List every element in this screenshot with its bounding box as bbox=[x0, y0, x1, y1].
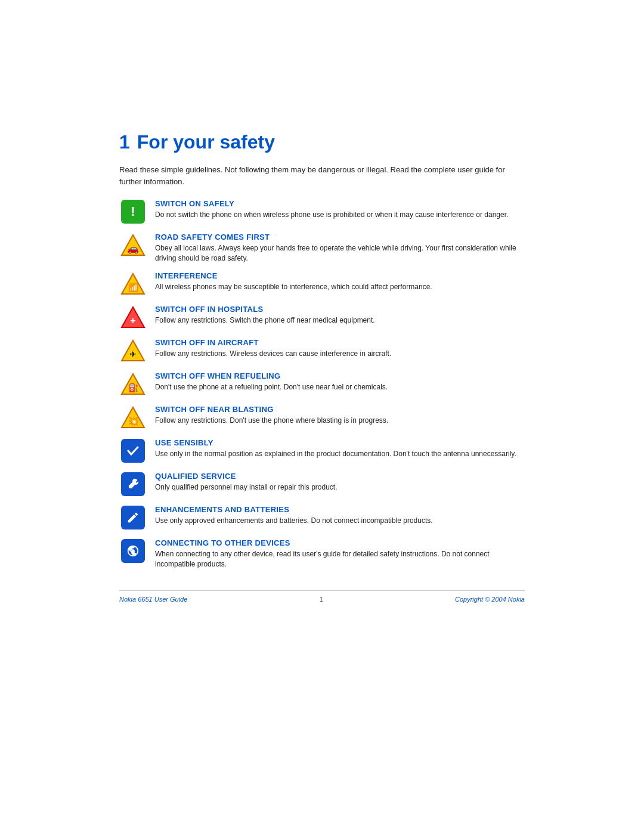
item-content: CONNECTING TO OTHER DEVICES When connect… bbox=[155, 537, 525, 570]
svg-text:💥: 💥 bbox=[128, 416, 139, 426]
blasting-icon: 💥 bbox=[119, 404, 147, 431]
list-item: ✈ SWITCH OFF IN AIRCRAFT Follow any rest… bbox=[119, 337, 525, 364]
footer-copyright: Copyright © 2004 Nokia bbox=[455, 596, 525, 603]
interference-icon: 📶 bbox=[119, 270, 147, 298]
item-content: SWITCH OFF WHEN REFUELING Don't use the … bbox=[155, 370, 525, 392]
item-content: ENHANCEMENTS AND BATTERIES Use only appr… bbox=[155, 504, 525, 526]
item-content: SWITCH OFF IN AIRCRAFT Follow any restri… bbox=[155, 337, 525, 359]
item-desc: Obey all local laws. Always keep your ha… bbox=[155, 243, 525, 264]
footer-product-name: Nokia 6651 User Guide bbox=[119, 596, 187, 603]
item-title: SWITCH OFF WHEN REFUELING bbox=[155, 371, 525, 380]
item-desc: Follow any restrictions. Wireless device… bbox=[155, 349, 525, 359]
item-desc: Use only in the normal position as expla… bbox=[155, 449, 525, 459]
item-content: SWITCH ON SAFELY Do not switch the phone… bbox=[155, 198, 525, 220]
list-item: QUALIFIED SERVICE Only qualified personn… bbox=[119, 470, 525, 498]
list-item: CONNECTING TO OTHER DEVICES When connect… bbox=[119, 537, 525, 570]
chapter-number: 1 bbox=[119, 131, 130, 153]
page: 1 For your safety Read these simple guid… bbox=[119, 0, 525, 651]
item-content: ROAD SAFETY COMES FIRST Obey all local l… bbox=[155, 231, 525, 264]
switch-on-icon: ! bbox=[119, 198, 147, 225]
list-item: USE SENSIBLY Use only in the normal posi… bbox=[119, 437, 525, 465]
item-title: SWITCH OFF IN HOSPITALS bbox=[155, 305, 525, 314]
chapter-heading: For your safety bbox=[137, 131, 275, 153]
list-item: ⛽ SWITCH OFF WHEN REFUELING Don't use th… bbox=[119, 370, 525, 398]
item-title: ENHANCEMENTS AND BATTERIES bbox=[155, 505, 525, 514]
item-title: ROAD SAFETY COMES FIRST bbox=[155, 233, 525, 241]
triangle-fuel-icon: ⛽ bbox=[120, 373, 145, 395]
safety-items-list: ! SWITCH ON SAFELY Do not switch the pho… bbox=[119, 198, 525, 576]
enhancements-icon bbox=[119, 504, 147, 531]
item-content: SWITCH OFF IN HOSPITALS Follow any restr… bbox=[155, 304, 525, 326]
refueling-icon: ⛽ bbox=[119, 370, 147, 398]
use-sensibly-icon bbox=[119, 437, 147, 465]
list-item: 📶 INTERFERENCE All wireless phones may b… bbox=[119, 270, 525, 298]
item-title: INTERFERENCE bbox=[155, 271, 525, 280]
list-item: + SWITCH OFF IN HOSPITALS Follow any res… bbox=[119, 304, 525, 331]
item-desc: Use only approved enhancements and batte… bbox=[155, 516, 525, 526]
item-title: SWITCH ON SAFELY bbox=[155, 199, 525, 208]
svg-text:🚗: 🚗 bbox=[127, 243, 139, 254]
blue-connect-icon bbox=[121, 539, 145, 563]
item-title: SWITCH OFF IN AIRCRAFT bbox=[155, 338, 525, 347]
item-desc: Follow any restrictions. Don't use the p… bbox=[155, 416, 525, 426]
green-exclamation-icon: ! bbox=[121, 200, 145, 224]
item-desc: When connecting to any other device, rea… bbox=[155, 549, 525, 570]
triangle-plane-icon: ✈ bbox=[120, 339, 145, 362]
triangle-signal-icon: 📶 bbox=[120, 272, 145, 295]
item-desc: Don't use the phone at a refueling point… bbox=[155, 382, 525, 392]
item-desc: Only qualified personnel may install or … bbox=[155, 482, 525, 493]
list-item: ENHANCEMENTS AND BATTERIES Use only appr… bbox=[119, 504, 525, 531]
item-content: INTERFERENCE All wireless phones may be … bbox=[155, 270, 525, 292]
qualified-service-icon bbox=[119, 470, 147, 498]
intro-text: Read these simple guidelines. Not follow… bbox=[119, 164, 525, 187]
triangle-car-icon: 🚗 bbox=[120, 234, 145, 256]
item-desc: Do not switch the phone on when wireless… bbox=[155, 210, 525, 220]
list-item: ! SWITCH ON SAFELY Do not switch the pho… bbox=[119, 198, 525, 225]
blue-wrench-icon bbox=[121, 472, 145, 496]
triangle-cross-icon: + bbox=[120, 306, 145, 329]
footer-page-number: 1 bbox=[320, 596, 323, 603]
hospital-icon: + bbox=[119, 304, 147, 331]
item-desc: All wireless phones may be susceptible t… bbox=[155, 282, 525, 292]
chapter-title: 1 For your safety bbox=[119, 131, 525, 153]
svg-text:📶: 📶 bbox=[128, 283, 139, 293]
item-desc: Follow any restrictions. Switch the phon… bbox=[155, 315, 525, 326]
item-content: USE SENSIBLY Use only in the normal posi… bbox=[155, 437, 525, 459]
svg-text:✈: ✈ bbox=[129, 349, 137, 359]
page-footer: Nokia 6651 User Guide 1 Copyright © 2004… bbox=[119, 590, 525, 603]
list-item: 🚗 ROAD SAFETY COMES FIRST Obey all local… bbox=[119, 231, 525, 264]
item-title: QUALIFIED SERVICE bbox=[155, 472, 525, 481]
svg-text:+: + bbox=[130, 315, 135, 326]
item-title: CONNECTING TO OTHER DEVICES bbox=[155, 538, 525, 547]
connecting-icon bbox=[119, 537, 147, 565]
aircraft-icon: ✈ bbox=[119, 337, 147, 364]
road-safety-icon: 🚗 bbox=[119, 231, 147, 259]
blue-check-icon bbox=[121, 439, 145, 463]
list-item: 💥 SWITCH OFF NEAR BLASTING Follow any re… bbox=[119, 404, 525, 431]
item-title: SWITCH OFF NEAR BLASTING bbox=[155, 405, 525, 414]
blue-pen-icon bbox=[121, 506, 145, 529]
item-content: QUALIFIED SERVICE Only qualified personn… bbox=[155, 470, 525, 493]
svg-text:⛽: ⛽ bbox=[128, 383, 139, 393]
item-title: USE SENSIBLY bbox=[155, 438, 525, 447]
triangle-blast-icon: 💥 bbox=[120, 406, 145, 429]
item-content: SWITCH OFF NEAR BLASTING Follow any rest… bbox=[155, 404, 525, 426]
